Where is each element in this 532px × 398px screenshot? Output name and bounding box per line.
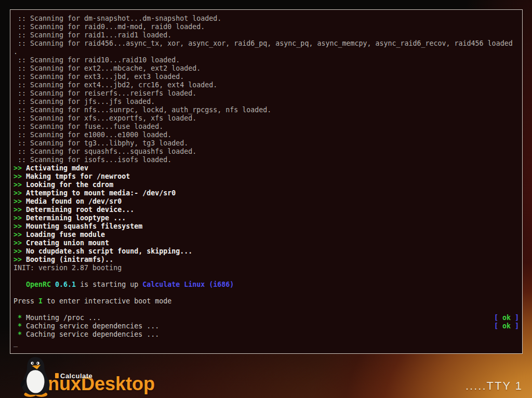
console-text-segment: [ [494, 322, 498, 330]
console-text-segment: >> [14, 247, 22, 255]
tux-penguin-icon [14, 355, 57, 397]
console-text-segment [14, 322, 18, 330]
console-line: :: Scanning for squashfs...squashfs load… [14, 148, 519, 156]
console-text-segment: >> [14, 189, 22, 197]
console-line: :: Scanning for raid456...async_tx, xor,… [14, 39, 519, 48]
console-line: >> Determining root device... [14, 206, 519, 214]
console-text-segment: :: Scanning for nfs...sunrpc, lockd, aut… [14, 106, 271, 114]
console-text-segment: >> [14, 173, 22, 180]
console-text-segment: >> [14, 214, 22, 222]
console-text-segment [14, 330, 18, 338]
console-line: :: Scanning for reiserfs...reiserfs load… [14, 89, 519, 98]
console-text-segment: _ [14, 339, 18, 347]
console-line: INIT: version 2.87 booting [14, 264, 519, 272]
console-text-segment: Mounting squashfs filesystem [22, 222, 142, 230]
console-text-segment [14, 281, 26, 288]
console-text-segment: * [18, 314, 22, 322]
console-text-segment: ] [515, 314, 519, 322]
console-text-segment [14, 272, 18, 280]
console-text-segment: :: Scanning for raid1...raid1 loaded. [14, 31, 171, 39]
console-line: :: Scanning for jfs...jfs loaded. [14, 98, 519, 106]
console-line: >> Booting (initramfs).. [14, 256, 519, 264]
console-text-segment [14, 314, 18, 322]
console-line: :: Scanning for ext4...jbd2, crc16, ext4… [14, 81, 519, 89]
console-text-segment: Attempting to mount media:- /dev/sr0 [22, 189, 176, 197]
console-line: >> No cdupdate.sh script found, skipping… [14, 247, 519, 256]
console-text-segment: Creating union mount [22, 239, 109, 247]
console-line: * Mounting /proc ...[ ok ] [14, 314, 519, 322]
console-text-segment: >> [14, 239, 22, 247]
console-text-segment: :: Scanning for ext4...jbd2, crc16, ext4… [14, 81, 217, 89]
console-text-segment: 0.6.1 [55, 281, 76, 288]
console-text-segment: :: Scanning for raid10...raid10 loaded. [14, 56, 180, 64]
console-text-segment: >> [14, 222, 22, 230]
console-text-segment: ok [498, 322, 515, 330]
console-text-segment: :: Scanning for isofs...isofs loaded. [14, 156, 171, 164]
console-text-segment: >> [14, 164, 22, 172]
console-text-segment: . [14, 48, 18, 56]
console-line: >> Media found on /dev/sr0 [14, 197, 519, 206]
console-text-segment: to enter interactive boot mode [43, 297, 171, 305]
console-text-segment: Determining root device... [22, 206, 134, 214]
console-line: >> Loading fuse module [14, 231, 519, 239]
console-text-segment: :: Scanning for reiserfs...reiserfs load… [14, 89, 196, 97]
console-line: :: Scanning for e1000...e1000 loaded. [14, 131, 519, 139]
console-line: * Caching service dependencies ... [14, 330, 519, 339]
console-text-segment: :: Scanning for fuse...fuse loaded. [14, 123, 163, 130]
console-text-segment: INIT: version 2.87 booting [14, 264, 122, 272]
console-line [14, 272, 519, 281]
console-text-segment: Press [14, 297, 38, 305]
console-text-segment: :: Scanning for squashfs...squashfs load… [14, 148, 196, 155]
console-text-segment: >> [14, 206, 22, 214]
console-text-segment: Looking for the cdrom [22, 181, 113, 189]
console-line: :: Scanning for isofs...isofs loaded. [14, 156, 519, 164]
console-line: >> Making tmpfs for /newroot [14, 173, 519, 181]
console-line: Press I to enter interactive boot mode [14, 297, 519, 306]
console-text-segment: Caching service dependencies ... [22, 322, 159, 330]
console-line: >> Creating union mount [14, 239, 519, 247]
console-text-segment: ] [515, 322, 519, 330]
console-line: :: Scanning for raid10...raid10 loaded. [14, 56, 519, 64]
console-text-segment: :: Scanning for raid0...md-mod, raid0 lo… [14, 23, 205, 31]
console-text-segment: OpenRC [26, 281, 51, 288]
console-text-segment: :: Scanning for xfs...exportfs, xfs load… [14, 114, 196, 122]
console-text-segment [51, 281, 55, 288]
console-line: :: Scanning for fuse...fuse loaded. [14, 123, 519, 131]
console-line: :: Scanning for ext2...mbcache, ext2 loa… [14, 64, 519, 73]
console-line: . [14, 48, 519, 56]
console-text-segment: Booting (initramfs).. [22, 256, 113, 263]
console-text-segment: [ [494, 314, 498, 322]
console-line: :: Scanning for raid0...md-mod, raid0 lo… [14, 23, 519, 31]
console-text-segment: * [18, 322, 22, 330]
console-line: >> Activating mdev [14, 164, 519, 173]
console-text-segment: >> [14, 197, 22, 205]
console-line [14, 289, 519, 297]
console-text-segment: Loading fuse module [22, 231, 105, 238]
logo-calculate-label: Calculate [55, 372, 92, 380]
status-badge-ok: [ ok ] [494, 322, 519, 330]
console-text-segment: :: Scanning for tg3...libphy, tg3 loaded… [14, 139, 188, 147]
console-text-segment: Caching service dependencies ... [22, 330, 159, 338]
console-text-segment: is starting up [76, 281, 142, 288]
console-text-segment: I [38, 297, 43, 305]
console-text-segment: Mounting /proc ... [22, 314, 101, 322]
console-text-segment: Media found on /dev/sr0 [22, 197, 122, 205]
console-line: :: Scanning for xfs...exportfs, xfs load… [14, 114, 519, 123]
console-text-segment: Activating mdev [22, 164, 88, 172]
console-line: OpenRC 0.6.1 is starting up Calculate Li… [14, 281, 519, 289]
console-text-segment: ok [498, 314, 515, 322]
console-line: >> Looking for the cdrom [14, 181, 519, 189]
console-line: :: Scanning for ext3...jbd, ext3 loaded. [14, 73, 519, 81]
console-text-segment: :: Scanning for ext3...jbd, ext3 loaded. [14, 73, 184, 81]
console-line: :: Scanning for tg3...libphy, tg3 loaded… [14, 139, 519, 148]
console-text-segment: :: Scanning for ext2...mbcache, ext2 loa… [14, 64, 201, 72]
console-text-segment: No cdupdate.sh script found, skipping... [22, 247, 192, 255]
console-text-segment: :: Scanning for jfs...jfs loaded. [14, 98, 155, 105]
console-line: >> Determining looptype ... [14, 214, 519, 222]
status-badge-ok: [ ok ] [494, 314, 519, 322]
console-text-segment [14, 289, 18, 297]
console-line: :: Scanning for raid1...raid1 loaded. [14, 31, 519, 39]
console-line: _ [14, 339, 519, 347]
console-text-segment: Making tmpfs for /newroot [22, 173, 130, 180]
console-line [14, 306, 519, 314]
